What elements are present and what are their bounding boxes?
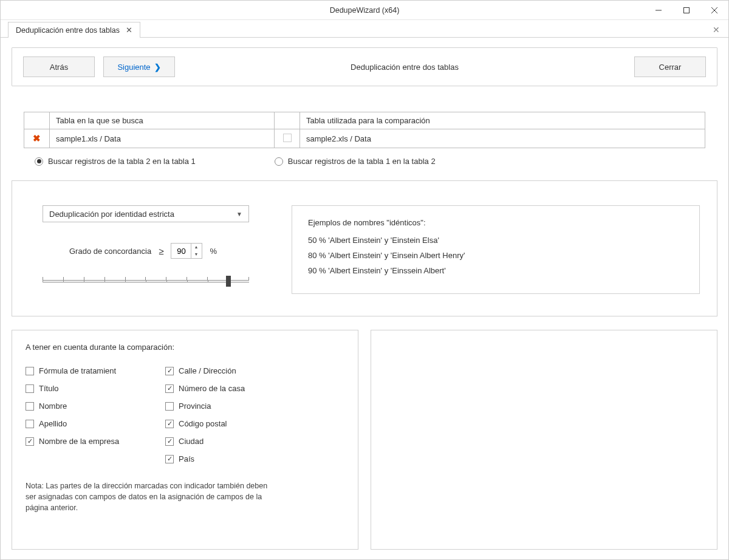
checkbox-label: Provincia [179,401,211,411]
maximize-button[interactable] [673,1,700,20]
next-button[interactable]: Siguiente ❯ [103,56,175,77]
checkbox-label: Fórmula de tratamient [39,366,116,375]
examples-box: Ejemplos de nombres "idénticos": 50 % 'A… [292,205,700,294]
checkbox-column-1: Fórmula de tratamientTítuloNombreApellid… [26,366,129,463]
checkbox-icon [165,367,174,375]
concordance-slider[interactable] [43,276,249,287]
checkbox-apellido[interactable]: Apellido [26,419,129,428]
next-label: Siguiente [117,63,150,72]
checkbox-n-mero-de-la-casa[interactable]: Número de la casa [165,384,269,393]
checkbox-label: Apellido [39,419,67,428]
slider-handle[interactable] [226,276,231,287]
compare-checkbox-grid: Fórmula de tratamientTítuloNombreApellid… [26,366,344,463]
checkbox-icon [165,437,174,446]
search-table-value[interactable]: sample1.xls / Data [50,129,275,148]
chevron-right-icon: ❯ [154,63,161,72]
checkbox-label: Nombre [39,401,67,411]
tables-grid: Tabla en la que se busca Tabla utilizada… [24,112,705,148]
dedup-config-panel: Deduplicación por identidad estricta ▼ G… [12,180,717,316]
compare-title: A tener en cuenta durante la comparación… [26,343,344,352]
checkbox-label: Ciudad [179,437,204,446]
geq-symbol: ≥ [159,246,163,256]
window-controls [645,1,728,20]
example-row: 90 % 'Albert Einstein' y 'Einssein Alber… [308,266,683,275]
compare-icon-header [275,112,300,129]
close-button[interactable] [700,1,728,20]
checkbox-icon [165,384,174,393]
checkbox-label: Código postal [179,419,227,428]
tabstrip: Deduplicación entre dos tablas ✕ ✕ [1,20,728,38]
search-direction-radios: Buscar registros de la tabla 2 en la tab… [35,157,694,166]
dropdown-value: Deduplicación por identidad estricta [49,210,174,219]
toolbar-panel: Atrás Siguiente ❯ Deduplicación entre do… [12,47,717,86]
radio-icon [35,157,43,166]
radio-search-t2-in-t1[interactable]: Buscar registros de la tabla 2 en la tab… [35,157,196,166]
chevron-down-icon: ▼ [236,211,242,217]
checkbox-icon [165,420,174,428]
percent-symbol: % [210,247,217,256]
checkbox-label: País [179,454,194,463]
radio-label: Buscar registros de la tabla 1 en la tab… [288,157,436,166]
radio-icon [275,157,283,166]
checkbox-column-2: Calle / DirecciónNúmero de la casaProvin… [165,366,269,463]
checkbox-nombre-de-la-empresa[interactable]: Nombre de la empresa [26,437,129,446]
compare-table-icon-cell[interactable] [275,129,300,148]
examples-title: Ejemplos de nombres "idénticos": [308,218,683,227]
checkbox-icon [26,384,34,393]
checkbox-icon [26,437,34,446]
radio-search-t1-in-t2[interactable]: Buscar registros de la tabla 1 en la tab… [275,157,436,166]
concordance-label: Grado de concordancia [69,247,151,256]
page-close-icon[interactable]: ✕ [709,22,724,37]
dedup-mode-dropdown[interactable]: Deduplicación por identidad estricta ▼ [43,205,249,222]
spinner-up-icon[interactable]: ▲ [191,244,200,251]
search-table-header: Tabla en la que se busca [50,112,275,129]
page-title: Deduplicación entre dos tablas [183,63,626,72]
checkbox-c-digo-postal[interactable]: Código postal [165,419,269,428]
compare-fields-panel: A tener en cuenta durante la comparación… [12,330,358,550]
checkbox-f-rmula-de-tratamient[interactable]: Fórmula de tratamient [26,366,129,375]
tab-deduplicacion[interactable]: Deduplicación entre dos tablas ✕ [8,22,140,38]
checkbox-icon [26,367,34,375]
tab-label: Deduplicación entre dos tablas [16,26,120,35]
concordance-input[interactable] [171,247,191,256]
minimize-button[interactable] [645,1,673,20]
checkbox-calle-direcci-n[interactable]: Calle / Dirección [165,366,269,375]
example-row: 50 % 'Albert Einstein' y 'Einstein Elsa' [308,236,683,245]
content: Atrás Siguiente ❯ Deduplicación entre do… [1,38,728,559]
checkbox-nombre[interactable]: Nombre [26,401,129,411]
search-icon-header [24,112,50,129]
back-button[interactable]: Atrás [23,56,95,77]
radio-label: Buscar registros de la tabla 2 en la tab… [48,157,196,166]
svg-rect-1 [684,7,690,13]
checkbox-icon [26,402,34,411]
checkbox-label: Título [39,384,59,393]
compare-table-header: Tabla utilizada para la comparación [300,112,705,129]
bottom-panels: A tener en cuenta durante la comparación… [12,330,717,550]
empty-right-panel [371,330,717,550]
concordance-spinner[interactable]: ▲ ▼ [171,243,202,259]
checkbox-label: Nombre de la empresa [39,437,119,446]
checkbox-icon [165,402,174,411]
close-panel-button[interactable]: Cerrar [634,56,706,77]
tab-close-icon[interactable]: ✕ [126,26,132,35]
checkbox-provincia[interactable]: Provincia [165,401,269,411]
compare-note: Nota: Las partes de la dirección marcada… [26,480,269,513]
checkbox-icon [26,420,34,428]
titlebar: DedupeWizard (x64) [1,1,728,20]
remove-search-table-icon[interactable]: ✖ [24,129,50,148]
compare-table-value[interactable]: sample2.xls / Data [300,129,705,148]
checkbox-label: Número de la casa [179,384,245,393]
example-row: 80 % 'Albert Einstein' y 'Einsein Albert… [308,251,683,260]
checkbox-ciudad[interactable]: Ciudad [165,437,269,446]
checkbox-t-tulo[interactable]: Título [26,384,129,393]
app-window: DedupeWizard (x64) Deduplicación entre d… [0,0,729,560]
dedup-config-left: Deduplicación por identidad estricta ▼ G… [43,205,273,294]
concordance-row: Grado de concordancia ≥ ▲ ▼ % [69,243,273,259]
spinner-down-icon[interactable]: ▼ [191,251,200,258]
checkbox-label: Calle / Dirección [179,366,236,375]
checkbox-pa-s[interactable]: País [165,454,269,463]
window-title: DedupeWizard (x64) [330,6,400,15]
checkbox-icon [165,455,174,463]
